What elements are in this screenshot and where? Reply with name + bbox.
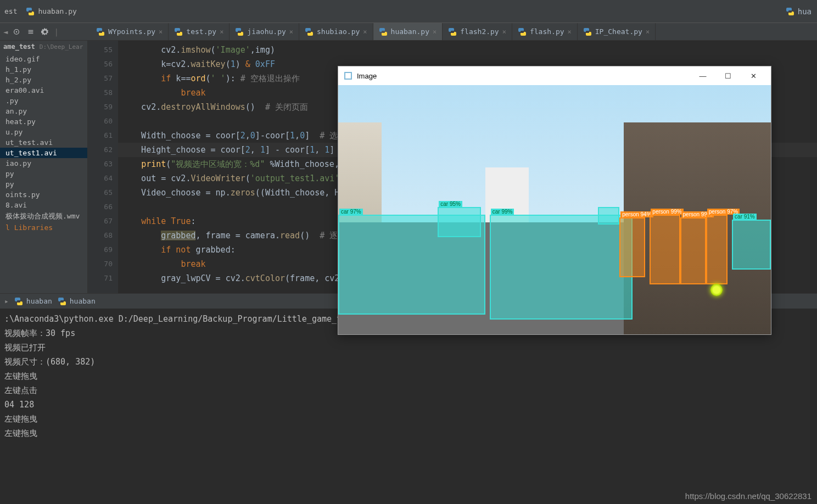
opencv-window-title: Image xyxy=(357,72,377,80)
editor-tab[interactable]: jiaohu.py× xyxy=(230,23,299,40)
close-icon[interactable]: × xyxy=(502,28,506,36)
detection-box: car 95% xyxy=(438,207,481,237)
project-header: ame_test D:\Deep_Lear xyxy=(0,41,87,53)
tree-item[interactable]: 极体拨动合成视频.wmv xyxy=(0,210,87,222)
tree-item[interactable]: ut_test.avi xyxy=(0,137,87,148)
detection-label: person 99% xyxy=(651,209,683,215)
run-config-name: hua xyxy=(798,7,812,16)
run-tab[interactable]: huaban xyxy=(14,297,52,306)
tab-label: test.py xyxy=(186,27,216,36)
tree-arrow[interactable]: ◄ xyxy=(3,27,8,36)
editor-tab[interactable]: shubiao.py× xyxy=(299,23,373,40)
detection-label: car 91% xyxy=(733,214,757,220)
console-line: 左键拖曳 xyxy=(4,369,813,383)
editor-tab[interactable]: flash2.py× xyxy=(443,23,512,40)
gutter: 5556575859606162636465666768697071 xyxy=(88,41,118,293)
python-icon xyxy=(305,27,314,36)
breadcrumb-filename: huaban.py xyxy=(38,7,76,15)
tree-item[interactable]: an.py xyxy=(0,106,87,116)
tree-item[interactable]: heat.py xyxy=(0,116,87,127)
console-line: 视频尺寸：(680, 382) xyxy=(4,355,813,369)
tree-item[interactable]: l Libraries xyxy=(0,222,87,233)
breadcrumb-right: hua xyxy=(786,7,817,16)
opencv-titlebar[interactable]: Image — ☐ ✕ xyxy=(338,66,771,85)
tree-item[interactable]: py xyxy=(0,169,87,179)
tree-item[interactable]: h_2.py xyxy=(0,75,87,85)
watermark: https://blog.csdn.net/qq_30622831 xyxy=(685,491,812,501)
close-icon[interactable]: × xyxy=(363,28,367,36)
breadcrumb-file: huaban.py xyxy=(21,7,81,16)
tab-label: flash.py xyxy=(530,27,564,36)
detection-box: car 99% xyxy=(490,215,633,320)
python-icon xyxy=(14,297,23,306)
detection-label: car 95% xyxy=(439,201,462,207)
cursor-indicator xyxy=(710,284,723,296)
console-line: 左键点击 xyxy=(4,383,813,397)
detection-box: car 91% xyxy=(732,220,771,270)
project-path: D:\Deep_Lear xyxy=(40,43,83,51)
python-icon xyxy=(379,27,388,36)
editor-tab[interactable]: IP_Cheat.py× xyxy=(578,23,656,40)
maximize-button[interactable]: ☐ xyxy=(716,68,740,83)
tree-item[interactable]: py xyxy=(0,179,87,189)
editor-tabs: WYpoints.py×test.py×jiaohu.py×shubiao.py… xyxy=(91,23,817,41)
tree-item[interactable]: era00.avi xyxy=(0,85,87,96)
console-line: 左键拖曳 xyxy=(4,412,813,426)
detection-box xyxy=(598,207,619,225)
python-icon xyxy=(786,7,794,16)
detection-box: person 94% xyxy=(619,217,645,277)
opencv-image[interactable]: car 97%car 99%car 95%person 94%person 99… xyxy=(338,85,771,334)
tree-item[interactable]: 8.avi xyxy=(0,200,87,210)
tree-item[interactable]: u.py xyxy=(0,127,87,137)
tree-item[interactable]: .py xyxy=(0,96,87,106)
settings-icon[interactable] xyxy=(40,26,51,37)
arrow-icon[interactable]: ▸ xyxy=(4,297,9,305)
python-icon xyxy=(96,27,105,36)
tab-label: shubiao.py xyxy=(317,27,360,36)
collapse-icon[interactable] xyxy=(25,26,36,37)
python-icon xyxy=(26,7,35,16)
detection-label: car 97% xyxy=(339,209,363,215)
editor-tab[interactable]: WYpoints.py× xyxy=(91,23,169,40)
project-sidebar[interactable]: ame_test D:\Deep_Lear ideo.gifh_1.pyh_2.… xyxy=(0,41,88,293)
code-line[interactable]: cv2.imshow('Image',img) xyxy=(118,43,817,57)
tree-item[interactable]: h_1.py xyxy=(0,64,87,75)
close-icon[interactable]: × xyxy=(568,28,572,36)
tab-label: huaban.py xyxy=(391,27,429,36)
file-tree[interactable]: ideo.gifh_1.pyh_2.pyera00.avi.pyan.pyhea… xyxy=(0,53,87,234)
editor-tab[interactable]: huaban.py× xyxy=(373,23,443,40)
breadcrumb-text: est xyxy=(4,7,17,15)
tree-item[interactable]: ideo.gif xyxy=(0,54,87,64)
close-icon[interactable]: × xyxy=(289,28,293,36)
python-icon xyxy=(448,27,457,36)
editor-tab[interactable]: test.py× xyxy=(169,23,230,40)
python-icon xyxy=(174,27,183,36)
tab-label: WYpoints.py xyxy=(108,27,155,36)
python-icon xyxy=(235,27,244,36)
minimize-button[interactable]: — xyxy=(691,68,715,83)
tree-item[interactable]: iao.py xyxy=(0,158,87,169)
toolbar-divider: | xyxy=(54,27,58,36)
tab-label: flash2.py xyxy=(460,27,499,36)
close-button[interactable]: ✕ xyxy=(741,68,765,83)
console-line: 视频已打开 xyxy=(4,340,813,355)
tab-label: IP_Cheat.py xyxy=(595,27,642,36)
close-icon[interactable]: × xyxy=(646,28,650,36)
python-icon xyxy=(518,27,527,36)
locate-icon[interactable] xyxy=(11,26,22,37)
detection-label: person 94% xyxy=(620,211,653,217)
opencv-window[interactable]: Image — ☐ ✕ car 97%car 99%car 95%person … xyxy=(338,66,771,335)
close-icon[interactable]: × xyxy=(159,28,163,36)
svg-point-1 xyxy=(16,31,18,32)
close-icon[interactable]: × xyxy=(220,28,223,36)
svg-rect-3 xyxy=(345,73,351,79)
breadcrumb-left: est xyxy=(0,7,21,15)
run-tab[interactable]: huaban xyxy=(58,297,96,306)
close-icon[interactable]: × xyxy=(433,28,437,36)
tree-item[interactable]: ut_test1.avi xyxy=(0,148,87,158)
detection-label: car 99% xyxy=(491,209,514,215)
console-line: 左键拖曳 xyxy=(4,426,813,440)
python-icon xyxy=(58,297,66,306)
tree-item[interactable]: oints.py xyxy=(0,189,87,200)
editor-tab[interactable]: flash.py× xyxy=(512,23,578,40)
